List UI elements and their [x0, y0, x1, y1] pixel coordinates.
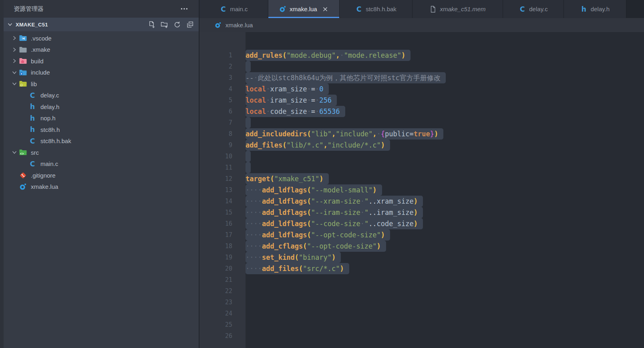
code-line-9[interactable]: 9add_files("lib/*.c","include/*.c") [199, 140, 644, 151]
code-line-12[interactable]: 12target("xmake_c51") [199, 173, 644, 184]
line-number[interactable]: 3 [199, 72, 246, 83]
line-number[interactable]: 11 [199, 162, 246, 173]
code-line-25[interactable]: 25 [199, 319, 644, 330]
token-str: "mode.release" [344, 51, 401, 59]
line-number[interactable]: 4 [199, 83, 246, 95]
token-com: -- [246, 74, 254, 82]
tab-xmake-lua[interactable]: xmake.lua [268, 0, 340, 18]
code-line-4[interactable]: 4local·xram_size·=·0 [199, 83, 644, 95]
code-line-1[interactable]: 1add_rules("mode.debug",·"mode.release") [199, 50, 644, 61]
tree-item-include[interactable]: include [0, 67, 199, 79]
folder-include-open-icon [18, 69, 27, 77]
tree-item-label: build [31, 58, 44, 65]
tree-item-build[interactable]: build [0, 55, 199, 67]
code-line-23[interactable]: 23 [199, 297, 644, 308]
line-number[interactable]: 10 [199, 151, 246, 162]
tab-label: main.c [230, 6, 248, 12]
line-number[interactable]: 16 [199, 218, 246, 229]
line-number[interactable]: 23 [199, 297, 246, 308]
new-file-button[interactable] [147, 20, 155, 28]
line-number[interactable]: 24 [199, 308, 246, 319]
tab-delay-h[interactable]: hdelay.h [564, 0, 626, 18]
line-number[interactable]: 6 [199, 106, 246, 117]
code-line-21[interactable]: 21 [199, 274, 644, 285]
tree-item--vscode[interactable]: .vscode [0, 32, 199, 44]
line-number[interactable]: 26 [199, 330, 246, 342]
line-number[interactable]: 8 [199, 128, 246, 140]
tree-item-src[interactable]: src [0, 147, 199, 158]
new-folder-button[interactable] [160, 20, 168, 28]
line-number[interactable]: 25 [199, 319, 246, 330]
more-actions-button[interactable] [180, 5, 188, 13]
code-line-18[interactable]: 18····add_cflags("--opt-code-size") [199, 241, 644, 252]
tree-item-label: lib [31, 81, 37, 87]
line-number[interactable]: 12 [199, 173, 246, 184]
close-icon[interactable] [322, 6, 328, 12]
breadcrumb-item[interactable]: xmake.lua [225, 22, 253, 28]
line-number[interactable]: 2 [199, 61, 246, 72]
line-number[interactable]: 15 [199, 207, 246, 218]
tree-item-stc8h-h[interactable]: hstc8h.h [0, 124, 199, 136]
code-line-8[interactable]: 8add_includedirs("lib","include",·{publi… [199, 128, 644, 140]
line-number[interactable]: 14 [199, 196, 246, 207]
tab-delay-c[interactable]: Cdelay.c [503, 0, 564, 18]
code-line-26[interactable]: 26 [199, 330, 644, 342]
token-par: ( [307, 220, 311, 228]
token-ident: public [385, 130, 409, 138]
code-line-2[interactable]: 2 [199, 61, 644, 72]
code-line-6[interactable]: 6local·code_size·=·65536 [199, 106, 644, 117]
collapse-all-button[interactable] [186, 20, 194, 28]
c-file-icon: C [519, 6, 526, 13]
tree-item-main-c[interactable]: Cmain.c [0, 158, 199, 170]
tab-stc8h-h-bak[interactable]: Cstc8h.h.bak [340, 0, 413, 18]
tree-item-delay-h[interactable]: hdelay.h [0, 101, 199, 113]
line-number[interactable]: 9 [199, 140, 246, 151]
code-line-11[interactable]: 11 [199, 162, 644, 173]
tab-xmake-c51-mem[interactable]: xmake_c51.mem [413, 0, 503, 18]
project-section-header[interactable]: XMAKE_C51 [0, 18, 199, 31]
line-number[interactable]: 21 [199, 274, 246, 285]
chevron-down-icon [6, 21, 14, 28]
line-number[interactable]: 1 [199, 50, 246, 61]
tree-item-lib[interactable]: lib [0, 78, 199, 90]
token-fn: add_ldflags [262, 220, 307, 228]
code-line-7[interactable]: 7 [199, 117, 644, 128]
code-line-14[interactable]: 14····add_ldflags("--xram-size·"..xram_s… [199, 196, 644, 207]
chevron-down-icon [10, 69, 18, 76]
code-line-13[interactable]: 13····add_ldflags("--model-small") [199, 184, 644, 196]
line-number[interactable]: 5 [199, 95, 246, 106]
code-line-5[interactable]: 5local·iram_size·=·256 [199, 95, 644, 106]
code-line-3[interactable]: 3--·此处以stc8h8k64u为例，其他芯片可对照stc官方手册修改 [199, 72, 644, 83]
line-number[interactable]: 17 [199, 229, 246, 241]
code-line-15[interactable]: 15····add_ldflags("--iram-size·"..iram_s… [199, 207, 644, 218]
tree-item-delay-c[interactable]: Cdelay.c [0, 90, 199, 101]
line-number[interactable]: 7 [199, 117, 246, 128]
token-fn: add_rules [246, 51, 282, 59]
code-line-20[interactable]: 20····add_files("src/*.c") [199, 263, 644, 274]
tree-item-stc8h-h-bak[interactable]: Cstc8h.h.bak [0, 136, 199, 147]
code-line-16[interactable]: 16····add_ldflags("--code-size·"..code_s… [199, 218, 644, 229]
code-line-22[interactable]: 22 [199, 285, 644, 297]
chevron-right-icon [10, 35, 18, 41]
line-number[interactable]: 22 [199, 285, 246, 297]
code-editor[interactable]: 1add_rules("mode.debug",·"mode.release")… [199, 32, 644, 348]
token-bool: true [414, 130, 430, 138]
code-line-10[interactable]: 10 [199, 151, 644, 162]
line-number[interactable]: 19 [199, 252, 246, 263]
tab-main-c[interactable]: Cmain.c [199, 0, 268, 18]
line-number[interactable]: 18 [199, 241, 246, 252]
code-line-24[interactable]: 24 [199, 308, 644, 319]
line-number[interactable]: 20 [199, 263, 246, 274]
tree-item-label: src [31, 149, 39, 156]
refresh-button[interactable] [173, 20, 181, 28]
code-line-19[interactable]: 19····set_kind("binary") [199, 252, 644, 263]
tree-item--xmake[interactable]: .xmake [0, 44, 199, 56]
tree-item-nop-h[interactable]: hnop.h [0, 113, 199, 124]
tree-item-label: include [31, 69, 50, 76]
tree-item-xmake-lua[interactable]: xmake.lua [0, 181, 199, 193]
code-line-17[interactable]: 17····add_ldflags("--opt-code-size") [199, 229, 644, 241]
line-number[interactable]: 13 [199, 184, 246, 196]
tree-item-label: .vscode [31, 35, 52, 42]
tree-item--gitignore[interactable]: .gitignore [0, 170, 199, 181]
token-str: "--iram-size [311, 208, 360, 216]
